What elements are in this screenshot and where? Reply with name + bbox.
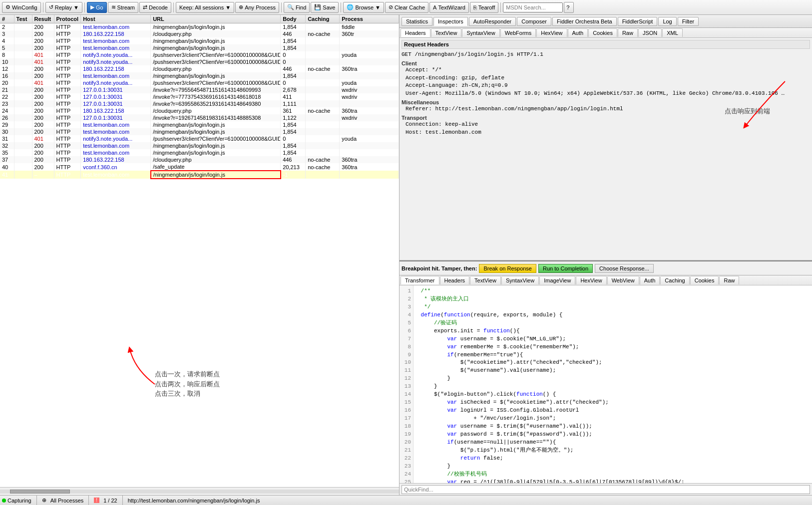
code-line: //验证码 <box>417 319 808 327</box>
col-header-host[interactable]: Host <box>81 15 151 23</box>
subtab-cookies[interactable]: Cookies <box>588 28 617 37</box>
tab-auto-responder[interactable]: AutoResponder <box>469 17 516 26</box>
sep2 <box>84 2 85 12</box>
table-row[interactable]: 3200HTTP180.163.222.158/cloudquery.php44… <box>0 30 399 37</box>
subtab-syntaxview[interactable]: SyntaxView <box>462 28 499 37</box>
line-number: 24 <box>402 471 411 479</box>
subtab-webforms[interactable]: WebForms <box>500 28 536 37</box>
run-to-completion-button[interactable]: Run to Completion <box>538 264 593 273</box>
choose-response-button[interactable]: Choose Response... <box>595 264 654 273</box>
table-row[interactable]: 2200HTTPtest.lemonban.com/ningmengban/js… <box>0 23 399 31</box>
subtab-hexview[interactable]: HexView <box>536 28 567 37</box>
table-row[interactable]: 26200HTTP127.0.0.1:30031/invoke?r=192671… <box>0 114 399 121</box>
col-header-result[interactable]: Result <box>32 15 54 23</box>
table-row[interactable]: 5200HTTPtest.lemonban.com/ningmengban/js… <box>0 44 399 51</box>
msdn-search-input[interactable] <box>503 2 563 12</box>
tab-log[interactable]: Log <box>658 17 676 26</box>
browse-icon: 🌐 <box>347 4 354 10</box>
col-header-num[interactable]: # <box>0 15 14 23</box>
tearoff-button[interactable]: ⎘ Tearoff <box>470 2 498 13</box>
quickfind-input[interactable] <box>402 485 810 494</box>
decode-button[interactable]: ⇄ Decode <box>139 2 171 13</box>
tab-inspectors[interactable]: Inspectors <box>433 17 468 26</box>
go-button[interactable]: ▶ Go <box>87 2 107 13</box>
table-row[interactable]: 22200HTTP127.0.0.1:30031/invoke?r=777375… <box>0 93 399 100</box>
clear-cache-button[interactable]: ⊘ Clear Cache <box>385 2 428 13</box>
line-number: 19 <box>402 431 411 439</box>
table-row[interactable]: 16200HTTPtest.lemonban.com/ningmengban/j… <box>0 72 399 79</box>
table-row[interactable]: 12200HTTP180.163.222.158/cloudquery.php4… <box>0 65 399 72</box>
line-number: 23 <box>402 463 411 471</box>
tab-fiddler-script[interactable]: FiddlerScript <box>618 17 658 26</box>
tab-composer[interactable]: Composer <box>517 17 551 26</box>
subtab-textview[interactable]: TextView <box>431 28 462 37</box>
any-process-button[interactable]: ⊕ Any Process <box>235 2 279 13</box>
horizontal-scrollbar[interactable] <box>0 487 399 495</box>
table-row[interactable]: 32200HTTPtest.lemonban.com/ningmengban/j… <box>0 142 399 149</box>
save-button[interactable]: 💾 Save <box>311 2 339 13</box>
bottom-tab-imageview[interactable]: ImageView <box>539 276 575 284</box>
code-line: var reg = /^1([38][0-9]|4[579]|5[0-3,5-9… <box>417 479 808 484</box>
col-header-body[interactable]: Body <box>281 15 306 23</box>
code-view: 1234567891011121314151617181920212223242… <box>400 285 812 483</box>
bottom-tab-auth[interactable]: Auth <box>640 276 660 284</box>
col-header-protocol[interactable]: Protocol <box>54 15 81 23</box>
bottom-tab-cookies[interactable]: Cookies <box>690 276 719 284</box>
table-row[interactable]: 31401HTTPnotify3.note.youda.../pushserve… <box>0 135 399 142</box>
bottom-tab-syntaxview[interactable]: SyntaxView <box>501 276 539 284</box>
table-row[interactable]: 10401HTTPnotify3.note.youda.../pushserve… <box>0 58 399 65</box>
bottom-tab-caching[interactable]: Caching <box>660 276 689 284</box>
bottom-tab-headers[interactable]: Headers <box>440 276 470 284</box>
table-row[interactable]: 35200HTTPtest.lemonban.com/ningmengban/j… <box>0 149 399 156</box>
stream-button[interactable]: ≋ Stream <box>108 2 138 13</box>
subtab-xml[interactable]: XML <box>662 28 683 37</box>
text-wizard-button[interactable]: A TextWizard <box>429 2 469 13</box>
table-row[interactable]: 23200HTTP127.0.0.1:30031/invoke?r=639558… <box>0 100 399 107</box>
capture-dot <box>2 499 6 503</box>
subtab-headers[interactable]: Headers <box>401 28 430 37</box>
break-on-response-button[interactable]: Break on Response <box>479 264 536 273</box>
sessions-table[interactable]: # Test Result Protocol Host URL Body Cac… <box>0 15 399 487</box>
replay-button[interactable]: ↺ Replay ▼ <box>45 2 82 13</box>
bottom-tab-transformer[interactable]: Transformer <box>401 276 439 284</box>
subtab-auth[interactable]: Auth <box>568 28 588 37</box>
table-row[interactable]: 8401HTTPnotify3.note.youda.../pushserver… <box>0 51 399 58</box>
code-line: */ <box>417 303 808 311</box>
table-row[interactable]: 40200HTTPvconf.f.360.cn/safe_update20,21… <box>0 163 399 171</box>
help-button[interactable]: ? <box>564 2 574 13</box>
browse-button[interactable]: 🌐 Browse ▼ <box>343 2 384 13</box>
table-row[interactable]: 20401HTTPnotify3.note.youda.../pushserve… <box>0 79 399 86</box>
code-line: + "/mvc/user/login.json"; <box>417 415 808 423</box>
all-processes-label: All Processes <box>50 498 84 504</box>
subtab-raw[interactable]: Raw <box>618 28 638 37</box>
table-row[interactable]: 41–HTTPtest.lemonban.com/ningmengban/js/… <box>0 171 399 179</box>
col-header-test[interactable]: Test <box>14 15 32 23</box>
bottom-tab-webview[interactable]: WebView <box>607 276 639 284</box>
code-line: $("#cookietime").attr("checked","checked… <box>417 359 808 367</box>
table-row[interactable]: 4200HTTPtest.lemonban.com/ningmengban/js… <box>0 37 399 44</box>
winconfig-button[interactable]: ⚙ WinConfig <box>2 2 41 13</box>
tab-statistics[interactable]: Statistics <box>402 17 432 26</box>
status-url: http://test.lemonban.com/ningmengban/js/… <box>128 498 260 504</box>
code-content[interactable]: /** * 该模块的主入口 */ define(function(require… <box>413 285 812 483</box>
col-header-process[interactable]: Process <box>340 15 399 23</box>
keep-button[interactable]: Keep: All sessions ▼ <box>176 2 234 13</box>
accept-header: Accept: */* <box>406 66 810 74</box>
breakpoint-label: Breakpoint hit. Tamper, then: <box>402 265 477 271</box>
table-row[interactable]: 21200HTTP127.0.0.1:30031/invoke?r=795564… <box>0 86 399 93</box>
col-header-caching[interactable]: Caching <box>306 15 340 23</box>
line-number: 13 <box>402 383 411 391</box>
bottom-tab-textview[interactable]: TextView <box>470 276 501 284</box>
bottom-tab-raw[interactable]: Raw <box>719 276 739 284</box>
subtab-json[interactable]: JSON <box>638 28 662 37</box>
find-button[interactable]: 🔍 Find <box>284 2 310 13</box>
table-row[interactable]: 29200HTTPtest.lemonban.com/ningmengban/j… <box>0 121 399 128</box>
tab-fiddler-orchestra[interactable]: Fiddler Orchestra Beta <box>552 17 617 26</box>
bottom-tab-hexview[interactable]: HexView <box>576 276 606 284</box>
table-row[interactable]: 30200HTTPtest.lemonban.com/ningmengban/j… <box>0 128 399 135</box>
bottom-panel: Breakpoint hit. Tamper, then: Break on R… <box>400 260 812 495</box>
table-row[interactable]: 37200HTTP180.163.222.158/cloudquery.php4… <box>0 156 399 163</box>
col-header-url[interactable]: URL <box>151 15 281 23</box>
table-row[interactable]: 24200HTTP180.163.222.158/cloudquery.php3… <box>0 107 399 114</box>
tab-filter[interactable]: Filter <box>678 17 699 26</box>
